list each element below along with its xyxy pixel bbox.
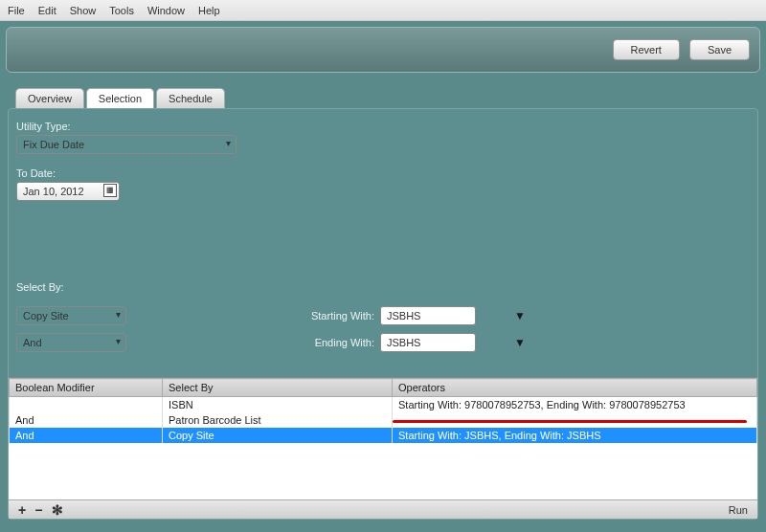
cell-operators: Starting With: 9780078952753, Ending Wit… (393, 397, 757, 413)
starting-with-dropdown-icon[interactable]: ▼ (514, 309, 543, 322)
cell-selectby: ISBN (163, 397, 393, 413)
ending-with-dropdown-icon[interactable]: ▼ (514, 336, 543, 349)
cell-bool: And (10, 428, 163, 443)
toolbar-area: Revert Save (0, 21, 766, 78)
tab-schedule[interactable]: Schedule (156, 88, 225, 108)
criteria-table: Boolean Modifier Select By Operators ISB… (9, 378, 757, 443)
boolean-dropdown[interactable] (16, 333, 126, 352)
starting-with-label: Starting With: (294, 310, 380, 321)
ending-with-label: Ending With: (294, 337, 380, 348)
col-operators[interactable]: Operators (393, 379, 757, 397)
run-button[interactable]: Run (729, 504, 748, 516)
remove-icon[interactable]: − (34, 502, 42, 518)
select-by-dropdown[interactable] (16, 306, 126, 325)
table-row[interactable]: ISBN Starting With: 9780078952753, Endin… (10, 397, 757, 413)
calendar-icon[interactable]: ▦ (103, 184, 117, 197)
gear-icon[interactable]: ✻ (52, 502, 63, 518)
revert-button[interactable]: Revert (613, 39, 680, 60)
to-date-label: To Date: (16, 167, 750, 179)
tab-selection[interactable]: Selection (86, 88, 154, 108)
select-by-label: Select By: (16, 281, 750, 293)
table-row[interactable]: And Patron Barcode List (10, 412, 757, 428)
menu-tools[interactable]: Tools (109, 5, 134, 16)
criteria-table-wrap: Boolean Modifier Select By Operators ISB… (9, 377, 757, 499)
utility-type-select[interactable] (16, 135, 237, 154)
cell-operators-redacted (393, 412, 757, 428)
ending-with-input[interactable] (380, 333, 476, 352)
tab-overview[interactable]: Overview (15, 88, 84, 108)
cell-bool (10, 397, 163, 413)
menu-show[interactable]: Show (70, 5, 97, 16)
selection-panel: Utility Type: To Date: ▦ Select By: Star… (8, 108, 758, 520)
cell-selectby: Patron Barcode List (163, 412, 393, 428)
menu-file[interactable]: File (8, 5, 25, 16)
col-boolean-modifier[interactable]: Boolean Modifier (10, 379, 163, 397)
col-select-by[interactable]: Select By (163, 379, 393, 397)
menu-edit[interactable]: Edit (38, 5, 56, 16)
panel-footer: + − ✻ Run (9, 499, 757, 519)
table-row-selected[interactable]: And Copy Site Starting With: JSBHS, Endi… (10, 428, 757, 443)
cell-operators: Starting With: JSBHS, Ending With: JSBHS (393, 428, 757, 443)
tab-strip: Overview Selection Schedule (15, 88, 766, 108)
add-icon[interactable]: + (18, 502, 26, 518)
cell-selectby: Copy Site (163, 428, 393, 443)
menu-bar: File Edit Show Tools Window Help (0, 0, 766, 21)
menu-window[interactable]: Window (147, 5, 185, 16)
cell-bool: And (10, 412, 163, 428)
utility-type-label: Utility Type: (16, 121, 750, 132)
save-button[interactable]: Save (689, 39, 750, 60)
starting-with-input[interactable] (380, 306, 476, 325)
action-toolbar: Revert Save (6, 27, 760, 73)
menu-help[interactable]: Help (198, 5, 220, 16)
